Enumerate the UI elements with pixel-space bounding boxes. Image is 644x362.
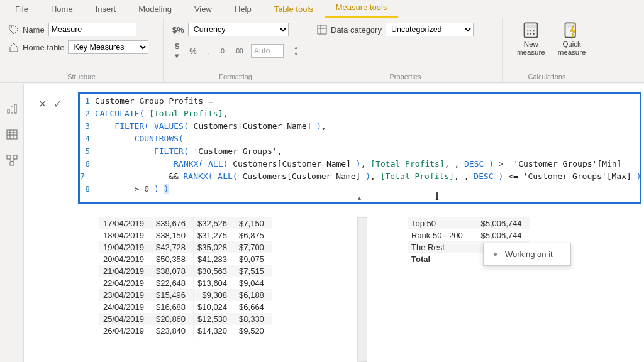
data-category-select[interactable]: Uncategorized: [386, 23, 474, 36]
svg-point-10: [530, 33, 531, 35]
formula-commit-button[interactable]: ✓: [50, 97, 64, 111]
stepper-down[interactable]: ▼: [291, 51, 301, 58]
svg-rect-23: [13, 155, 17, 159]
quick-measure-icon: [563, 21, 580, 39]
loading-text: Working on it: [505, 250, 553, 259]
home-table-label: Home table: [23, 43, 64, 52]
table-row[interactable]: Rank 50 - 200$5,006,744: [408, 229, 530, 241]
svg-rect-22: [7, 155, 11, 159]
top-menubar: File Home Insert Modeling View Help Tabl…: [0, 0, 644, 18]
formula-bar-controls: ✕ ✓: [35, 97, 64, 111]
group-label-structure: Structure: [0, 73, 163, 80]
table-row[interactable]: 21/04/2019$38,078$30,563$7,515: [99, 265, 272, 277]
home-icon: [9, 42, 19, 52]
ribbon-group-properties: Data category Uncategorized Properties: [308, 18, 503, 82]
table-row[interactable]: 22/04/2019$22,648$13,604$9,044: [99, 277, 272, 289]
svg-rect-5: [526, 25, 536, 28]
group-label-calculations: Calculations: [503, 73, 591, 80]
menu-measure-tools[interactable]: Measure tools: [325, 0, 399, 18]
svg-line-26: [12, 159, 15, 162]
ribbon-group-calculations: New measure Quick measure Calculations: [503, 18, 591, 82]
calculator-icon: [522, 21, 540, 39]
menu-help[interactable]: Help: [223, 2, 263, 18]
svg-point-8: [533, 30, 535, 31]
menu-modeling[interactable]: Modeling: [127, 2, 183, 18]
svg-rect-24: [10, 162, 14, 165]
category-icon: [317, 25, 327, 35]
currency-button[interactable]: $ ▾: [172, 40, 182, 62]
group-label-formatting: Formatting: [164, 73, 308, 80]
tag-icon: [9, 25, 19, 35]
table-row[interactable]: 19/04/2019$42,728$35,028$7,700: [99, 241, 272, 253]
loading-tooltip: Working on it: [483, 243, 571, 266]
table-row[interactable]: 20/04/2019$50,358$41,283$9,075: [99, 253, 272, 265]
svg-rect-14: [8, 109, 9, 113]
svg-point-0: [11, 26, 12, 28]
view-switcher-rail: [0, 84, 24, 362]
stepper-up[interactable]: ▲: [291, 44, 301, 51]
menu-view[interactable]: View: [183, 2, 223, 18]
data-view-button[interactable]: [6, 129, 18, 142]
new-measure-label: New measure: [517, 40, 545, 56]
svg-rect-1: [318, 25, 326, 34]
name-label: Name: [23, 25, 45, 35]
table-row[interactable]: 17/04/2019$39,676$32,526$7,150: [99, 217, 272, 229]
formula-cancel-button[interactable]: ✕: [35, 97, 49, 111]
ribbon-group-structure: Name Home table Key Measures Structure: [0, 18, 164, 82]
svg-line-25: [9, 159, 12, 162]
decimals-auto-input[interactable]: [251, 44, 284, 58]
report-view-button[interactable]: [6, 103, 18, 116]
svg-point-7: [530, 30, 531, 31]
svg-rect-17: [7, 130, 17, 139]
table-row[interactable]: 26/04/2019$23,840$14,320$9,520: [99, 325, 272, 337]
format-type-select[interactable]: Currency: [188, 23, 289, 36]
formula-resize-handle[interactable]: ▲: [80, 195, 640, 200]
menu-table-tools[interactable]: Table tools: [263, 2, 325, 18]
visual-scrollbar[interactable]: [357, 217, 367, 362]
svg-point-9: [528, 33, 529, 35]
svg-rect-15: [11, 107, 13, 113]
table-row[interactable]: 18/04/2019$38,150$31,275$6,875: [99, 229, 272, 241]
decimals-increase-button[interactable]: .00: [232, 47, 246, 56]
data-table-dates[interactable]: 17/04/2019$39,676$32,526$7,15018/04/2019…: [99, 217, 272, 337]
home-table-select[interactable]: Key Measures: [68, 40, 148, 54]
table-row[interactable]: 25/04/2019$20,860$12,530$8,330: [99, 313, 272, 325]
percent-button[interactable]: %: [187, 45, 199, 57]
formula-bar[interactable]: 1Customer Group Profits = 2CALCULATE( [T…: [78, 92, 641, 204]
menu-file[interactable]: File: [4, 2, 40, 18]
quick-measure-label: Quick measure: [558, 40, 586, 56]
svg-point-11: [533, 33, 535, 35]
ribbon: Name Home table Key Measures Structure $…: [0, 18, 644, 83]
data-category-label: Data category: [331, 25, 382, 35]
decimals-decrease-button[interactable]: .0: [216, 47, 226, 56]
menu-home[interactable]: Home: [40, 2, 84, 18]
svg-rect-16: [14, 104, 16, 113]
thousands-button[interactable]: ,: [204, 45, 212, 57]
svg-point-6: [528, 30, 529, 31]
model-view-button[interactable]: [6, 155, 18, 168]
table-row[interactable]: 23/04/2019$15,496$9,308$6,188: [99, 289, 272, 301]
formula-line-1: Customer Group Profits =: [95, 95, 213, 107]
table-row[interactable]: Top 50$5,006,744: [408, 217, 530, 229]
text-cursor-icon: I: [435, 190, 439, 203]
ribbon-group-formatting: $% Currency $ ▾ % , .0 .00 ▲ ▼ Formattin…: [164, 18, 308, 82]
table-row[interactable]: 24/04/2019$16,688$10,024$6,664: [99, 301, 272, 313]
report-canvas: ✕ ✓ 1Customer Group Profits = 2CALCULATE…: [24, 84, 644, 362]
measure-name-input[interactable]: [48, 23, 136, 36]
group-label-properties: Properties: [308, 73, 502, 80]
menu-insert[interactable]: Insert: [84, 2, 128, 18]
